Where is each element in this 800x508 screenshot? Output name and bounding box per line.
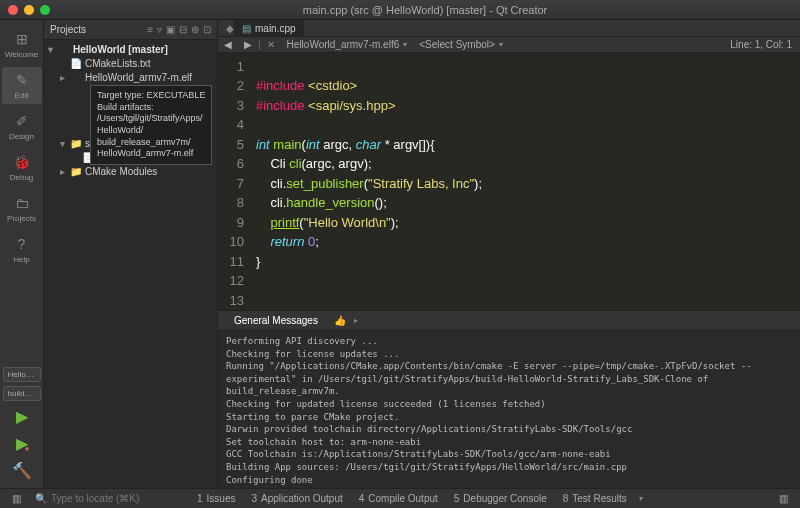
mode-help[interactable]: ?Help (2, 231, 42, 268)
project-tree: ▾HelloWorld [master]📄CMakeLists.txt▸Hell… (44, 40, 217, 488)
editor-tab-main[interactable]: ▤ main.cpp (234, 20, 304, 36)
projects-panel-title: Projects (50, 24, 86, 35)
mode-selector: ⊞Welcome✎Edit✐Design🐞Debug🗀Projects?Help… (0, 20, 44, 488)
welcome-icon: ⊞ (13, 30, 31, 48)
mode-welcome[interactable]: ⊞Welcome (2, 26, 42, 63)
kit-project[interactable]: HelloWorld (3, 367, 41, 382)
titlebar: main.cpp (src @ HelloWorld) [master] - Q… (0, 0, 800, 20)
edit-icon: ✎ (13, 71, 31, 89)
panel-tool-1[interactable]: ▿ (157, 24, 162, 35)
status-compile-output[interactable]: 4Compile Output (351, 493, 446, 504)
panel-tool-5[interactable]: ⊡ (203, 24, 211, 35)
tree-row[interactable]: ▾HelloWorld [master] (44, 42, 217, 56)
mode-projects[interactable]: 🗀Projects (2, 190, 42, 227)
nav-back-icon[interactable]: ◀ (218, 39, 238, 50)
mode-edit[interactable]: ✎Edit (2, 67, 42, 104)
window-title: main.cpp (src @ HelloWorld) [master] - Q… (58, 4, 792, 16)
build-button[interactable]: 🔨 (12, 461, 32, 480)
mode-design[interactable]: ✐Design (2, 108, 42, 145)
toggle-right-sidebar-icon[interactable]: ▥ (771, 493, 796, 504)
tree-row[interactable]: ▸HelloWorld_armv7-m.elf (44, 70, 217, 84)
help-icon: ? (13, 235, 31, 253)
line-gutter: 12345678910111213 (218, 53, 252, 311)
close-doc-button[interactable]: ✕ (261, 39, 281, 50)
locator-input[interactable]: 🔍 Type to locate (⌘K) (29, 493, 189, 504)
close-window-button[interactable] (8, 5, 18, 15)
file-icon (70, 71, 82, 83)
status-issues[interactable]: 1Issues (189, 493, 243, 504)
kit-config[interactable]: build_rele..._v7em_fpu (3, 386, 41, 401)
debug-run-button[interactable]: ▶● (16, 434, 28, 453)
code-editor[interactable]: 12345678910111213 #include <cstdio>#incl… (218, 53, 800, 311)
minimize-window-button[interactable] (24, 5, 34, 15)
line-col-indicator[interactable]: Line: 1, Col: 1 (722, 39, 800, 50)
folder-icon: 📁 (70, 165, 82, 177)
editor-toolbar: ◀ ▶ | ✕ HelloWorld_armv7-m.elf6 ▾ <Selec… (218, 37, 800, 52)
tree-row[interactable]: ▸📁CMake Modules (44, 164, 217, 178)
toggle-sidebar-icon[interactable]: ▥ (4, 493, 29, 504)
projects-panel-header: Projects ≡▿▣⊟⊕⊡ (44, 20, 217, 40)
statusbar: ▥ 🔍 Type to locate (⌘K) 1Issues3Applicat… (0, 488, 800, 508)
crumb-file[interactable]: HelloWorld_armv7-m.elf6 ▾ (281, 39, 414, 50)
design-icon: ✐ (13, 112, 31, 130)
projects-panel: Projects ≡▿▣⊟⊕⊡ ▾HelloWorld [master]📄CMa… (44, 20, 218, 488)
status-debugger-console[interactable]: 5Debugger Console (446, 493, 555, 504)
panel-tool-2[interactable]: ▣ (166, 24, 175, 35)
projects-icon: 🗀 (13, 194, 31, 212)
status-application-output[interactable]: 3Application Output (243, 493, 350, 504)
cpp-file-icon: ▤ (242, 23, 251, 34)
editor-area: ◆ ▤ main.cpp ◀ ▶ | ✕ HelloWorld_armv7-m.… (218, 20, 800, 488)
output-pane-header: General Messages 👍 ▸ (218, 311, 800, 331)
run-button[interactable]: ▶ (16, 407, 28, 426)
thumbs-up-icon[interactable]: 👍 (326, 315, 354, 326)
tree-row[interactable]: 📄CMakeLists.txt (44, 56, 217, 70)
file-icon: 📄 (70, 57, 82, 69)
window-controls (8, 5, 50, 15)
panel-tool-4[interactable]: ⊕ (191, 24, 199, 35)
editor-tabs: ◆ ▤ main.cpp (218, 20, 800, 37)
panel-tool-0[interactable]: ≡ (147, 24, 153, 35)
editor-tab-label: main.cpp (255, 23, 296, 34)
panel-tool-3[interactable]: ⊟ (179, 24, 187, 35)
output-text[interactable]: Performing API discovery ...Checking for… (218, 331, 800, 488)
zoom-window-button[interactable] (40, 5, 50, 15)
folder-icon: 📁 (70, 137, 82, 149)
mode-debug[interactable]: 🐞Debug (2, 149, 42, 186)
debug-icon: 🐞 (13, 153, 31, 171)
crumb-symbol[interactable]: <Select Symbol> ▾ (413, 39, 509, 50)
tooltip: Target type: EXECUTABLEBuild artifacts:/… (90, 85, 212, 165)
file-icon (58, 43, 70, 55)
status-test-results[interactable]: 8Test Results (555, 493, 635, 504)
general-messages-tab[interactable]: General Messages (226, 315, 326, 326)
output-pane: General Messages 👍 ▸ Performing API disc… (218, 310, 800, 488)
nav-fwd-icon[interactable]: ▶ (238, 39, 258, 50)
